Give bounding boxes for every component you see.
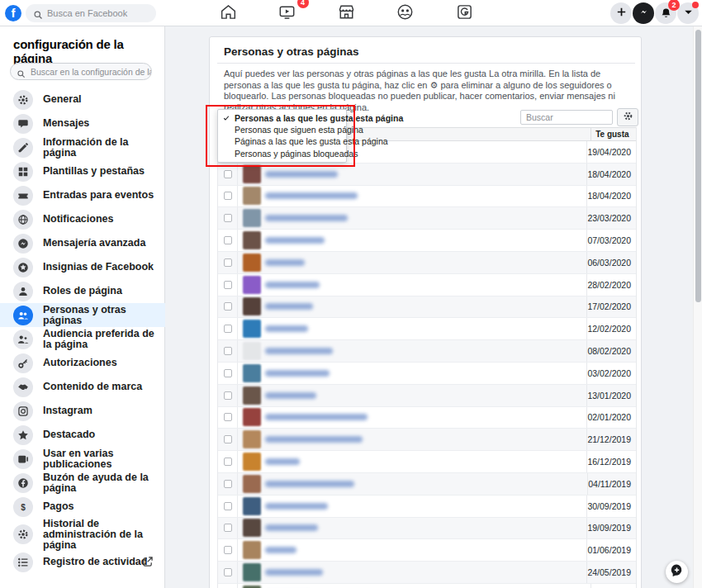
checkbox-cell	[218, 518, 238, 539]
sidebar-item-entradas-para-eventos[interactable]: Entradas para eventos	[0, 183, 165, 207]
row-checkbox[interactable]	[224, 170, 232, 178]
table-row	[218, 584, 636, 588]
sidebar-item-notificaciones[interactable]: Notificaciones	[0, 207, 165, 231]
sidebar-item-historial-de-administracion-de-la-pagina[interactable]: Historial de administración de la página	[0, 519, 165, 550]
table-settings-button[interactable]	[617, 108, 638, 126]
sidebar-item-destacado[interactable]: Destacado	[0, 423, 165, 447]
nav-home-button[interactable]	[210, 0, 246, 26]
sidebar-item-registro-de-actividad[interactable]: Registro de actividad	[0, 550, 165, 574]
row-checkbox[interactable]	[224, 568, 232, 576]
people-search-input[interactable]	[520, 110, 613, 125]
row-checkbox[interactable]	[224, 325, 232, 333]
new-message-fab-button[interactable]	[666, 561, 688, 583]
avatar	[243, 209, 261, 227]
redacted-person-name[interactable]	[265, 436, 363, 443]
global-search-input[interactable]	[26, 4, 156, 22]
redacted-person-name[interactable]	[265, 569, 323, 576]
avatar	[243, 563, 261, 581]
star-icon	[13, 425, 33, 445]
sidebar-item-mensajes[interactable]: Mensajes	[0, 111, 165, 135]
people-table: Te gusta 19/04/202018/04/202018/04/20202…	[217, 127, 637, 588]
settings-search-input[interactable]	[10, 63, 152, 80]
sidebar-item-label: Contenido de marca	[43, 382, 142, 392]
chevron-down-button[interactable]	[677, 2, 699, 24]
sidebar-item-general[interactable]: General	[0, 88, 165, 111]
redacted-person-name[interactable]	[265, 481, 354, 487]
scrollbar-thumb[interactable]	[695, 30, 701, 302]
sidebar-item-audiencia-preferida-de-la-pagina[interactable]: Audiencia preferida de la página	[0, 327, 165, 351]
redacted-person-name[interactable]	[265, 458, 300, 465]
row-checkbox[interactable]	[224, 302, 232, 311]
redacted-person-name[interactable]	[265, 547, 296, 553]
redacted-person-name[interactable]	[265, 503, 328, 510]
row-checkbox[interactable]	[224, 546, 232, 554]
redacted-person-name[interactable]	[265, 192, 358, 199]
row-checkbox[interactable]	[224, 391, 232, 400]
redacted-person-name[interactable]	[265, 524, 318, 531]
redacted-person-name[interactable]	[265, 282, 320, 288]
redacted-person-name[interactable]	[265, 237, 325, 244]
nav-watch-button[interactable]: 4	[269, 0, 306, 26]
nav-groups-button[interactable]	[387, 0, 424, 26]
nav-marketplace-button[interactable]	[328, 0, 364, 26]
table-row: 24/05/2019	[218, 562, 636, 584]
dropdown-option-personas-a-las-que-les-gusta-esta-pagina[interactable]: Personas a las que les gusta esta página	[218, 112, 346, 124]
dropdown-option-personas-que-siguen-esta-pagina[interactable]: Personas que siguen esta página	[218, 124, 346, 135]
sidebar-item-insignias-de-facebook[interactable]: Insignias de Facebook	[0, 255, 165, 279]
checkbox-cell	[218, 562, 238, 583]
handshake-icon	[13, 377, 33, 397]
sidebar-item-buzon-de-ayuda-de-la-pagina[interactable]: Buzón de ayuda de la página	[0, 471, 165, 495]
sidebar-item-plantillas-y-pestanas[interactable]: Plantillas y pestañas	[0, 159, 165, 183]
row-checkbox[interactable]	[224, 347, 232, 355]
person-cell	[238, 451, 586, 472]
row-checkbox[interactable]	[224, 258, 232, 267]
row-checkbox[interactable]	[224, 214, 232, 222]
sidebar-item-contenido-de-marca[interactable]: Contenido de marca	[0, 375, 165, 399]
redacted-person-name[interactable]	[265, 171, 338, 178]
avatar	[243, 254, 261, 272]
sidebar-item-autorizaciones[interactable]: Autorizaciones	[0, 351, 165, 375]
dropdown-option-label: Personas y páginas bloqueadas	[235, 149, 358, 159]
row-checkbox[interactable]	[224, 236, 232, 244]
dropdown-option-label: Personas a las que les gusta esta página	[235, 113, 403, 123]
sidebar-item-mensajeria-avanzada[interactable]: Mensajería avanzada	[0, 231, 165, 255]
row-checkbox[interactable]	[224, 369, 232, 377]
redacted-person-name[interactable]	[265, 348, 333, 354]
dropdown-option-paginas-a-las-que-les-gusta-esta-pagina[interactable]: Páginas a las que les gusta esta página	[218, 135, 346, 147]
row-checkbox[interactable]	[224, 281, 232, 289]
row-checkbox[interactable]	[224, 435, 232, 443]
sidebar-item-label: Audiencia preferida de la página	[43, 329, 159, 350]
row-checkbox[interactable]	[224, 192, 232, 200]
redacted-person-name[interactable]	[265, 370, 330, 377]
plus-button[interactable]	[610, 2, 632, 24]
redacted-person-name[interactable]	[265, 414, 368, 420]
person-cell	[238, 186, 586, 207]
redacted-person-name[interactable]	[265, 215, 348, 221]
row-checkbox[interactable]	[224, 458, 232, 466]
redacted-person-name[interactable]	[265, 392, 316, 399]
sidebar-item-personas-y-otras-paginas[interactable]: Personas y otras páginas	[0, 303, 165, 327]
sidebar-item-pagos[interactable]: $Pagos	[0, 495, 165, 519]
page-scrollbar[interactable]	[693, 26, 702, 588]
redacted-person-name[interactable]	[265, 325, 308, 332]
messenger-button[interactable]	[633, 2, 654, 24]
avatar	[243, 497, 261, 515]
sidebar-item-informacion-de-la-pagina[interactable]: Información de la página	[0, 135, 165, 159]
redacted-person-name[interactable]	[265, 303, 313, 310]
row-checkbox[interactable]	[224, 480, 232, 488]
row-checkbox[interactable]	[224, 413, 232, 421]
row-checkbox[interactable]	[224, 524, 232, 532]
row-checkbox[interactable]	[224, 502, 232, 510]
nav-gaming-button[interactable]	[446, 0, 482, 26]
sidebar-item-instagram[interactable]: Instagram	[0, 399, 165, 423]
person-cell	[238, 164, 586, 185]
facebook-logo-icon[interactable]: f	[5, 5, 21, 21]
dropdown-option-personas-y-paginas-bloqueadas[interactable]: Personas y páginas bloqueadas	[218, 148, 346, 159]
sidebar-item-roles-de-pagina[interactable]: Roles de página	[0, 279, 165, 303]
avatar	[243, 364, 261, 382]
sidebar-item-usar-en-varias-publicaciones[interactable]: Usar en varias publicaciones	[0, 447, 165, 471]
redacted-person-name[interactable]	[265, 259, 305, 266]
bell-button[interactable]: 2	[655, 2, 676, 24]
avatar	[243, 541, 261, 559]
messenger-icon	[638, 6, 650, 21]
